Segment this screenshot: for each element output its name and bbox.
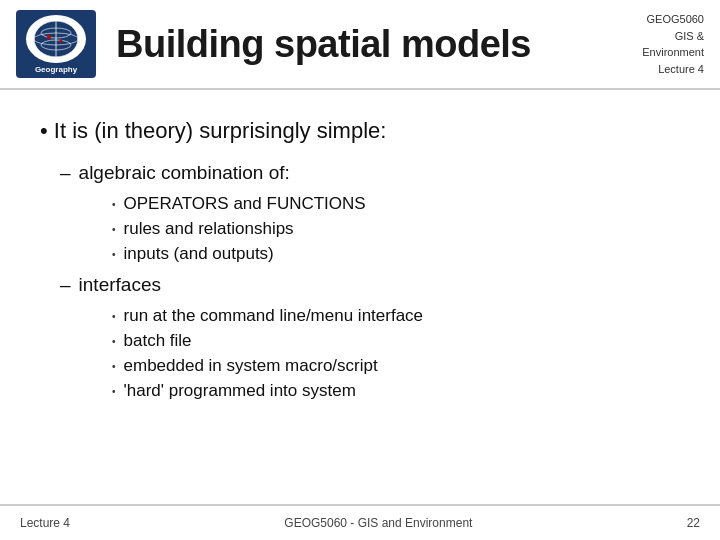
list-item: • run at the command line/menu interface — [112, 306, 680, 326]
bullet-list-1: • run at the command line/menu interface… — [60, 306, 680, 401]
footer-lecture: Lecture 4 — [20, 516, 70, 530]
sub-item-label-0: algebraic combination of: — [79, 162, 290, 184]
bullet-dot-icon: • — [112, 249, 116, 260]
bullet-text-0-2: inputs (and outputs) — [124, 244, 274, 264]
header: Geography Building spatial models GEOG50… — [0, 0, 720, 90]
list-item: – algebraic combination of: — [60, 162, 680, 184]
main-bullet: • It is (in theory) surprisingly simple: — [40, 118, 680, 144]
list-item: • inputs (and outputs) — [112, 244, 680, 264]
logo-icon — [31, 19, 81, 59]
bullet-list-0: • OPERATORS and FUNCTIONS • rules and re… — [60, 194, 680, 264]
list-item: • OPERATORS and FUNCTIONS — [112, 194, 680, 214]
footer-course: GEOG5060 - GIS and Environment — [284, 516, 472, 530]
course-line2: GIS & — [642, 28, 704, 45]
bullet-dot-icon: • — [112, 199, 116, 210]
list-item: • batch file — [112, 331, 680, 351]
dash-icon: – — [60, 162, 71, 184]
course-line3: Environment — [642, 44, 704, 61]
bullet-text-1-2: embedded in system macro/script — [124, 356, 378, 376]
logo-label: Geography — [35, 65, 77, 74]
course-line1: GEOG5060 — [642, 11, 704, 28]
main-bullet-text: It is (in theory) surprisingly simple: — [54, 118, 387, 143]
bullet-dot-icon: • — [112, 311, 116, 322]
footer: Lecture 4 GEOG5060 - GIS and Environment… — [0, 504, 720, 540]
sub-item-label-1: interfaces — [79, 274, 161, 296]
bullet-text-1-0: run at the command line/menu interface — [124, 306, 424, 326]
page-title: Building spatial models — [116, 23, 531, 65]
main-content: • It is (in theory) surprisingly simple:… — [0, 90, 720, 504]
logo-inner — [26, 15, 86, 63]
bullet-dot-icon: • — [112, 224, 116, 235]
dash-icon: – — [60, 274, 71, 296]
list-item: • rules and relationships — [112, 219, 680, 239]
bullet-text-1-1: batch file — [124, 331, 192, 351]
list-item: • 'hard' programmed into system — [112, 381, 680, 401]
bullet-dot-icon: • — [112, 361, 116, 372]
logo-box: Geography — [16, 10, 96, 78]
svg-point-7 — [60, 39, 63, 42]
bullet-dot-icon: • — [112, 386, 116, 397]
bullet-text-1-3: 'hard' programmed into system — [124, 381, 356, 401]
bullet-text-0-0: OPERATORS and FUNCTIONS — [124, 194, 366, 214]
footer-page: 22 — [687, 516, 700, 530]
title-area: Building spatial models — [96, 23, 642, 66]
course-line4: Lecture 4 — [642, 61, 704, 78]
bullet-dot-icon: • — [112, 336, 116, 347]
list-item: • embedded in system macro/script — [112, 356, 680, 376]
slide: Geography Building spatial models GEOG50… — [0, 0, 720, 540]
svg-point-6 — [47, 35, 51, 39]
bullet-text-0-1: rules and relationships — [124, 219, 294, 239]
list-item: – interfaces — [60, 274, 680, 296]
course-info: GEOG5060 GIS & Environment Lecture 4 — [642, 11, 704, 77]
bullet-symbol: • — [40, 118, 54, 143]
sub-list: – algebraic combination of: • OPERATORS … — [40, 162, 680, 411]
